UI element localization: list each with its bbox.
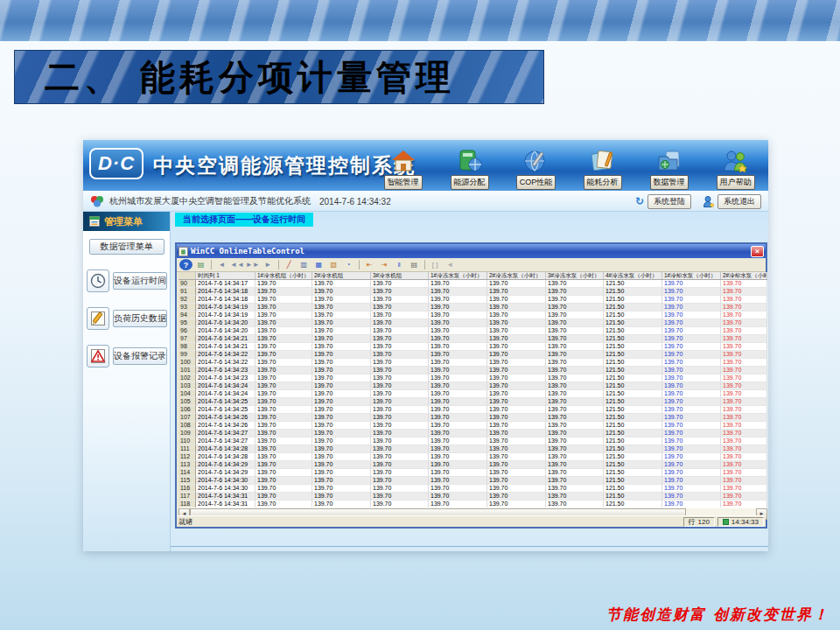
nav-item-energy-analysis[interactable]: 能耗分析 bbox=[575, 144, 630, 190]
column-header[interactable]: 2#冷水机组 bbox=[312, 272, 371, 279]
table-row[interactable]: 1012014-7-6 14:34:23139.70139.70139.7013… bbox=[178, 367, 767, 374]
export-prev-icon[interactable]: ⇤ bbox=[363, 259, 376, 270]
edit-pen-icon[interactable]: ╱ bbox=[283, 259, 296, 270]
table-row[interactable]: 922014-7-6 14:34:18139.70139.70139.70139… bbox=[178, 296, 767, 304]
first-disabled-icon[interactable]: ◄ bbox=[444, 259, 457, 270]
row-number-cell[interactable]: 99 bbox=[178, 351, 196, 359]
close-icon[interactable]: × bbox=[751, 246, 764, 257]
pause-icon[interactable]: ‖ bbox=[393, 259, 406, 270]
column-header[interactable]: 时间列 1 bbox=[196, 272, 256, 279]
table-row[interactable]: 912014-7-6 14:34:18139.70139.70139.70139… bbox=[178, 288, 767, 296]
table-row[interactable]: 1062014-7-6 14:34:25139.70139.70139.7013… bbox=[178, 406, 767, 414]
column-header[interactable]: 1#冷水机组（小时） bbox=[256, 272, 312, 279]
row-number-cell[interactable]: 112 bbox=[178, 453, 196, 461]
table-row[interactable]: 1042014-7-6 14:34:24139.70139.70139.7013… bbox=[178, 390, 767, 398]
nav-item-energy-allocation[interactable]: 能源分配 bbox=[442, 144, 497, 190]
table-row[interactable]: 952014-7-6 14:34:20139.70139.70139.70139… bbox=[178, 319, 767, 327]
row-number-cell[interactable]: 107 bbox=[178, 414, 196, 422]
table-row[interactable]: 1162014-7-6 14:34:30139.70139.70139.7013… bbox=[178, 485, 767, 493]
row-number-cell[interactable]: 93 bbox=[178, 304, 196, 312]
table-row[interactable]: 1182014-7-6 14:34:31139.70139.70139.7013… bbox=[178, 500, 767, 508]
column-header[interactable]: 2#冷却水泵（小时） bbox=[721, 272, 767, 279]
nav-item-smart-management[interactable]: 智能管理 bbox=[375, 144, 430, 190]
sidebar-menu-title-button[interactable]: 数据管理菜单 bbox=[89, 239, 164, 255]
nav-item-cop-performance[interactable]: COP性能 bbox=[508, 144, 564, 190]
row-number-cell[interactable]: 102 bbox=[178, 374, 196, 382]
system-logout-button[interactable]: 系统退出 bbox=[718, 194, 761, 209]
table-row[interactable]: 972014-7-6 14:34:21139.70139.70139.70139… bbox=[178, 335, 767, 343]
export-next-icon[interactable]: ⇥ bbox=[378, 259, 391, 270]
nav-label[interactable]: COP性能 bbox=[516, 175, 556, 190]
row-number-cell[interactable]: 114 bbox=[178, 469, 196, 477]
table-row[interactable]: 1052014-7-6 14:34:25139.70139.70139.7013… bbox=[178, 398, 767, 406]
table-row[interactable]: 902014-7-6 14:34:17139.70139.70139.70139… bbox=[178, 280, 767, 288]
row-number-cell[interactable]: 110 bbox=[178, 438, 196, 445]
table-row[interactable]: 1002014-7-6 14:34:22139.70139.70139.7013… bbox=[178, 359, 767, 367]
prev-record-icon[interactable]: ◄◄ bbox=[230, 259, 244, 270]
row-number-cell[interactable]: 106 bbox=[178, 406, 196, 414]
table-row[interactable]: 1082014-7-6 14:34:26139.70139.70139.7013… bbox=[178, 422, 767, 430]
row-number-cell[interactable]: 97 bbox=[178, 335, 196, 343]
table-row[interactable]: 942014-7-6 14:34:19139.70139.70139.70139… bbox=[178, 312, 767, 319]
row-number-cell[interactable]: 115 bbox=[178, 477, 196, 485]
table-row[interactable]: 1102014-7-6 14:34:27139.70139.70139.7013… bbox=[178, 438, 767, 445]
column-header[interactable]: 1#冷冻水泵（小时） bbox=[429, 272, 487, 279]
table-row[interactable]: 1022014-7-6 14:34:23139.70139.70139.7013… bbox=[178, 374, 767, 382]
row-number-cell[interactable]: 94 bbox=[178, 312, 196, 319]
copy-icon[interactable]: ▥ bbox=[298, 259, 311, 270]
row-number-cell[interactable]: 98 bbox=[178, 343, 196, 351]
row-number-cell[interactable]: 95 bbox=[178, 319, 196, 327]
row-number-cell[interactable]: 100 bbox=[178, 359, 196, 367]
table-row[interactable]: 1172014-7-6 14:34:31139.70139.70139.7013… bbox=[178, 493, 767, 500]
table-row[interactable]: 1152014-7-6 14:34:30139.70139.70139.7013… bbox=[178, 477, 767, 485]
sidebar-item-label[interactable]: 设备运行时间 bbox=[113, 272, 167, 290]
row-number-cell[interactable]: 105 bbox=[178, 398, 196, 406]
table-row[interactable]: 932014-7-6 14:34:19139.70139.70139.70139… bbox=[178, 304, 767, 312]
sidebar-item-runtime[interactable]: 设备运行时间 bbox=[87, 270, 166, 292]
nav-label[interactable]: 能源分配 bbox=[451, 175, 489, 190]
row-number-cell[interactable]: 118 bbox=[178, 500, 196, 508]
row-number-cell[interactable]: 117 bbox=[178, 493, 196, 500]
column-header[interactable]: 2#冷冻水泵（小时） bbox=[487, 272, 546, 279]
help-icon[interactable]: ? bbox=[179, 259, 192, 270]
first-record-icon[interactable]: ◄ bbox=[215, 259, 228, 270]
row-number-cell[interactable]: 111 bbox=[178, 445, 196, 453]
system-login-button[interactable]: 系统登陆 bbox=[648, 194, 691, 209]
row-number-cell[interactable]: 96 bbox=[178, 327, 196, 335]
table-row[interactable]: 1112014-7-6 14:34:28139.70139.70139.7013… bbox=[178, 445, 767, 453]
column-header[interactable]: 4#冷冻水泵（小时） bbox=[604, 272, 662, 279]
last-record-icon[interactable]: ► bbox=[262, 259, 275, 270]
table-row[interactable]: 1032014-7-6 14:34:24139.70139.70139.7013… bbox=[178, 382, 767, 390]
export-report-icon[interactable]: ▤ bbox=[194, 259, 207, 270]
time-range-icon[interactable]: ◔ bbox=[342, 259, 355, 270]
column-header[interactable]: 1#冷却水泵（小时） bbox=[662, 272, 721, 279]
row-number-cell[interactable]: 116 bbox=[178, 485, 196, 493]
row-number-cell[interactable]: 92 bbox=[178, 296, 196, 304]
next-record-icon[interactable]: ►► bbox=[246, 259, 260, 270]
grid-select-icon[interactable]: ▦ bbox=[312, 259, 326, 270]
row-number-cell[interactable]: 109 bbox=[178, 430, 196, 438]
row-number-cell[interactable]: 108 bbox=[178, 422, 196, 430]
nav-label[interactable]: 能耗分析 bbox=[584, 175, 622, 190]
table-row[interactable]: 1132014-7-6 14:34:29139.70139.70139.7013… bbox=[178, 461, 767, 469]
sidebar-item-label[interactable]: 设备报警记录 bbox=[113, 347, 167, 365]
table-row[interactable]: 1122014-7-6 14:34:28139.70139.70139.7013… bbox=[178, 453, 767, 461]
nav-item-data-management[interactable]: 数据管理 bbox=[641, 144, 696, 190]
wincc-titlebar[interactable]: ▦ WinCC OnlineTableControl × bbox=[177, 244, 766, 258]
row-number-cell[interactable]: 91 bbox=[178, 288, 196, 296]
sidebar-item-label[interactable]: 负荷历史数据 bbox=[113, 310, 167, 327]
nav-label[interactable]: 智能管理 bbox=[384, 175, 423, 190]
row-number-cell[interactable]: 101 bbox=[178, 367, 196, 374]
row-number-cell[interactable]: 113 bbox=[178, 461, 196, 469]
print-icon[interactable]: ▤ bbox=[408, 259, 421, 270]
table-row[interactable]: 1142014-7-6 14:34:29139.70139.70139.7013… bbox=[178, 469, 767, 477]
nav-label[interactable]: 数据管理 bbox=[650, 175, 689, 190]
nav-label[interactable]: 用户帮助 bbox=[717, 175, 755, 190]
row-number-cell[interactable]: 103 bbox=[178, 382, 196, 390]
stats-icon[interactable]: ▧ bbox=[327, 259, 340, 270]
nav-item-user-help[interactable]: 用户帮助 bbox=[708, 144, 763, 190]
sidebar-item-alarm-log[interactable]: 设备报警记录 bbox=[87, 345, 166, 368]
sidebar-item-load-history[interactable]: 负荷历史数据 bbox=[87, 307, 166, 330]
table-row[interactable]: 982014-7-6 14:34:21139.70139.70139.70139… bbox=[178, 343, 767, 351]
table-row[interactable]: 962014-7-6 14:34:20139.70139.70139.70139… bbox=[178, 327, 767, 335]
